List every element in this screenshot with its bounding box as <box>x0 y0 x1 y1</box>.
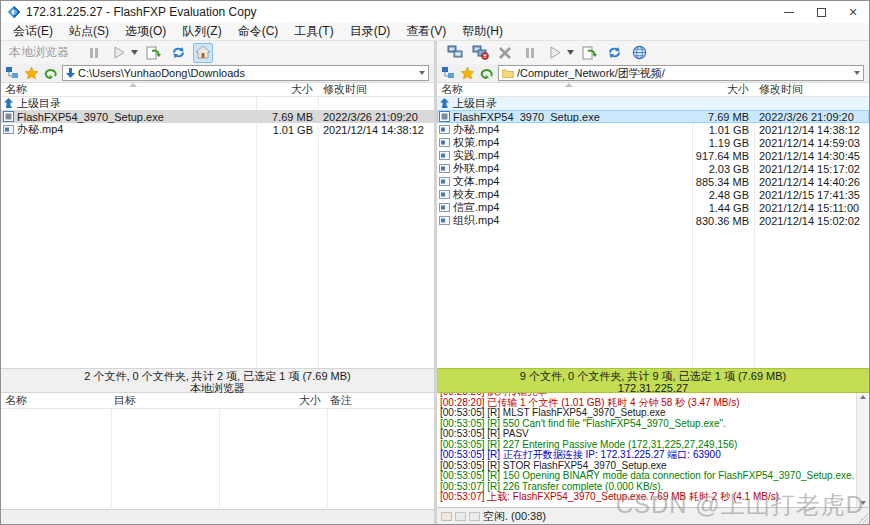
menu-item[interactable]: 工具(T) <box>286 23 341 40</box>
go-back-icon[interactable] <box>43 66 58 80</box>
resize-grip[interactable] <box>858 513 868 523</box>
start-transfer-icon[interactable] <box>545 43 565 63</box>
log-line: [00:53:05] [R] PASV <box>440 429 869 440</box>
favorites-star-icon[interactable] <box>460 66 475 80</box>
transfer-options-caret-icon[interactable] <box>566 43 574 63</box>
remote-status-summary: 9 个文件, 0 个文件夹, 共计 9 项, 已选定 1 项 (7.69 MB)… <box>437 368 869 393</box>
local-path-combobox[interactable]: C:\Users\YunhaoDong\Downloads <box>62 65 429 81</box>
column-header-size[interactable]: 大小 <box>692 83 754 97</box>
log-line: [00:53:05] [R] MLST FlashFXP54_3970_Setu… <box>440 408 869 419</box>
abort-icon[interactable] <box>495 43 515 63</box>
column-header-date[interactable]: 修改时间 <box>318 83 434 97</box>
remote-path-chevron-icon[interactable] <box>850 66 863 80</box>
home-icon[interactable] <box>193 43 213 63</box>
remote-toolbar <box>437 41 869 64</box>
pause-icon[interactable] <box>84 43 104 63</box>
favorites-star-icon[interactable] <box>24 66 39 80</box>
sort-ascending-icon <box>129 83 137 87</box>
remote-list-header: 名称 大小 修改时间 <box>437 83 869 97</box>
disconnect-icon[interactable] <box>470 43 490 63</box>
log-line: [00:53:05] [R] 正在打开数据连接 IP: 172.31.225.2… <box>440 450 869 461</box>
queue-column-name[interactable]: 名称 <box>1 393 111 408</box>
menu-item[interactable]: 帮助(H) <box>454 23 511 40</box>
status-note-icon <box>455 512 466 521</box>
remote-file-list: 名称 大小 修改时间 上级目录FlashFXP54_3970_Setup.exe… <box>437 83 869 368</box>
parent-directory-row[interactable]: 上级目录 <box>437 97 869 110</box>
queue-column-target[interactable]: 目标 <box>111 393 219 408</box>
title-bar: 172.31.225.27 - FlashFXP Evaluation Copy… <box>1 1 869 23</box>
queue-transfer-icon[interactable] <box>579 43 599 63</box>
local-list-header: 名称 大小 修改时间 <box>1 83 434 97</box>
status-monitor-icon <box>469 512 480 521</box>
maximize-button[interactable] <box>805 1 837 23</box>
remote-folder-icon <box>502 68 514 78</box>
session-log[interactable]: [00:28:20] 队列传输完毕[00:28:20] 已传输 1 个文件 (1… <box>437 393 869 507</box>
file-row[interactable]: 办秘.mp41.01 GB2021/12/14 14:38:12 <box>1 123 434 136</box>
remote-pane: /Computer_Network/团学视频/ 名称 大小 修改时间 上级目录F… <box>437 41 869 524</box>
queue-column-note[interactable]: 备注 <box>327 393 434 408</box>
local-path-chevron-icon[interactable] <box>415 66 428 80</box>
local-path-text: C:\Users\YunhaoDong\Downloads <box>78 67 245 79</box>
menu-item[interactable]: 队列(Z) <box>174 23 229 40</box>
local-browser-label: 本地浏览器 <box>9 44 69 61</box>
start-transfer-icon[interactable] <box>109 43 129 63</box>
file-row[interactable]: 组织.mp4830.36 MB2021/12/14 15:02:02 <box>437 214 869 227</box>
minimize-button[interactable] <box>773 1 805 23</box>
folder-tree-icon[interactable] <box>5 66 20 80</box>
local-selection-summary: 2 个文件, 0 个文件夹, 共计 2 项, 已选定 1 项 (7.69 MB) <box>1 370 434 382</box>
parent-directory-row[interactable]: 上级目录 <box>1 97 434 110</box>
queue-header: 名称 目标 大小 备注 <box>1 393 434 409</box>
local-bottom-statusbar <box>1 509 434 524</box>
log-line: [00:53:07] 上载: FlashFXP54_3970_Setup.exe… <box>440 492 869 503</box>
app-logo-icon <box>7 5 21 19</box>
download-dir-icon <box>66 68 75 79</box>
refresh-icon[interactable] <box>168 43 188 63</box>
log-line: [00:53:05] [R] 150 Opening BINARY mode d… <box>440 471 869 482</box>
menu-item[interactable]: 站点(S) <box>61 23 117 40</box>
remote-pathbar: /Computer_Network/团学视频/ <box>437 64 869 83</box>
scroll-down-icon[interactable] <box>860 501 866 505</box>
local-toolbar: 本地浏览器 <box>1 41 434 64</box>
local-pane: 本地浏览器 C:\Users\YunhaoDong\Downloads 名称 大… <box>1 41 434 524</box>
column-header-date[interactable]: 修改时间 <box>754 83 869 97</box>
refresh-icon[interactable] <box>604 43 624 63</box>
queue-transfer-icon[interactable] <box>143 43 163 63</box>
menu-item[interactable]: 会话(E) <box>5 23 61 40</box>
menu-item[interactable]: 查看(V) <box>398 23 454 40</box>
window-title: 172.31.225.27 - FlashFXP Evaluation Copy <box>26 5 257 19</box>
remote-path-text: /Computer_Network/团学视频/ <box>517 66 665 81</box>
remote-path-combobox[interactable]: /Computer_Network/团学视频/ <box>498 65 864 81</box>
queue-column-size[interactable]: 大小 <box>219 393 327 408</box>
column-header-name[interactable]: 名称 <box>437 83 692 97</box>
menu-item[interactable]: 命令(C) <box>230 23 287 40</box>
local-status-summary: 2 个文件, 0 个文件夹, 共计 2 项, 已选定 1 项 (7.69 MB)… <box>1 368 434 393</box>
remote-bottom-statusbar: 空闲. (00:38) <box>437 507 869 524</box>
status-lock-icon <box>441 512 452 521</box>
column-header-name[interactable]: 名称 <box>1 83 256 97</box>
pause-icon[interactable] <box>520 43 540 63</box>
connect-icon[interactable] <box>445 43 465 63</box>
go-back-icon[interactable] <box>479 66 494 80</box>
menu-item[interactable]: 选项(O) <box>117 23 174 40</box>
flashfxp-window: { "window": { "title": "172.31.225.27 - … <box>0 0 870 525</box>
column-header-size[interactable]: 大小 <box>256 83 318 97</box>
sort-ascending-icon <box>565 83 573 87</box>
local-file-list: 名称 大小 修改时间 上级目录FlashFXP54_3970_Setup.exe… <box>1 83 434 368</box>
transfer-queue-list[interactable] <box>1 409 434 509</box>
remote-selection-summary: 9 个文件, 0 个文件夹, 共计 9 项, 已选定 1 项 (7.69 MB) <box>437 370 869 382</box>
local-pathbar: C:\Users\YunhaoDong\Downloads <box>1 64 434 83</box>
close-button[interactable]: ✕ <box>837 1 869 23</box>
log-scrollbar[interactable] <box>856 393 869 507</box>
menu-bar: 会话(E)站点(S)选项(O)队列(Z)命令(C)工具(T)目录(D)查看(V)… <box>1 23 869 41</box>
menu-item[interactable]: 目录(D) <box>342 23 399 40</box>
idle-status-text: 空闲. (00:38) <box>483 509 546 524</box>
globe-icon[interactable] <box>629 43 649 63</box>
folder-tree-icon[interactable] <box>441 66 456 80</box>
scroll-up-icon[interactable] <box>860 395 866 399</box>
transfer-options-caret-icon[interactable] <box>130 43 138 63</box>
